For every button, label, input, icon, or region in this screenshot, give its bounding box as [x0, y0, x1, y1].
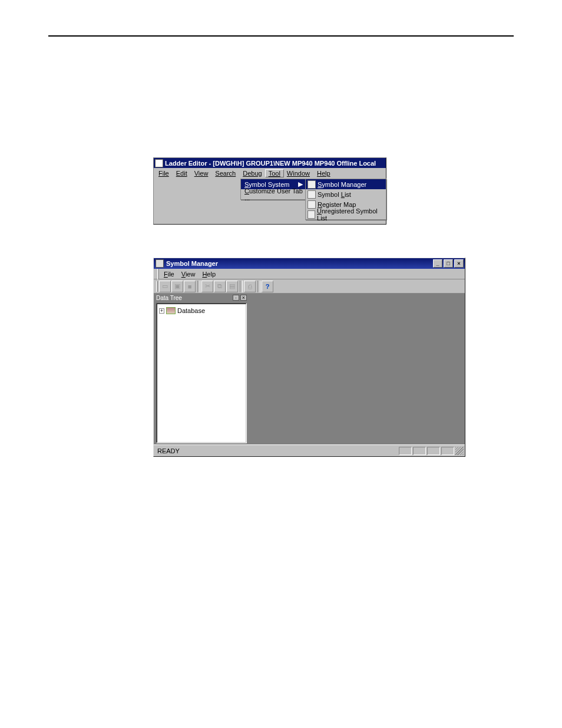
- tool-customize-user-tab-label: Customize User Tab ...: [244, 187, 303, 202]
- sm-menu-view[interactable]: View: [178, 271, 199, 278]
- help-icon: ?: [266, 283, 270, 290]
- pin-icon: ·: [235, 295, 237, 301]
- close-icon: ×: [457, 261, 460, 266]
- expand-icon[interactable]: +: [159, 308, 164, 314]
- symbol-system-submenu: Symbol Manager Symbol List Register Map …: [305, 179, 386, 220]
- menu-edit[interactable]: Edit: [173, 170, 191, 177]
- resize-grip-icon[interactable]: [455, 447, 464, 455]
- unregistered-symbol-list-icon: [308, 210, 315, 219]
- symbol-manager-window: Symbol Manager _ □ × File View Help ▭ ▣ …: [153, 258, 465, 457]
- submenu-symbol-manager[interactable]: Symbol Manager: [306, 179, 386, 189]
- status-pane: [413, 447, 426, 455]
- sm-status-text: READY: [157, 447, 180, 454]
- sm-tree-panel: Data Tree · × + Database: [154, 294, 248, 444]
- minimize-button[interactable]: _: [433, 259, 442, 268]
- window-icon: [155, 159, 163, 167]
- menu-file[interactable]: File: [155, 170, 173, 177]
- submenu-symbol-list[interactable]: Symbol List: [306, 189, 386, 199]
- toolbar-grip-icon: [157, 269, 159, 279]
- ladder-editor-window: Ladder Editor - [DWGH\H] GROUP1\NEW MP94…: [153, 157, 386, 225]
- print-icon: ⎙: [248, 283, 252, 290]
- tb-help[interactable]: ?: [262, 281, 273, 292]
- submenu-symbol-list-label: Symbol List: [318, 191, 351, 198]
- tool-dropdown: Symbol System ▶ Customize User Tab ...: [240, 179, 306, 200]
- sm-menu-file[interactable]: File: [160, 271, 178, 278]
- paste-icon: ▤: [229, 282, 235, 290]
- sm-tree-title: Data Tree · ×: [154, 294, 248, 302]
- tree-root-label: Database: [177, 307, 205, 314]
- tb-new[interactable]: ▭: [159, 281, 171, 292]
- toolbar-separator: [240, 281, 243, 292]
- maximize-icon: □: [447, 261, 449, 266]
- folder-icon: ▣: [174, 282, 180, 290]
- menu-view[interactable]: View: [191, 170, 212, 177]
- status-pane: [427, 447, 440, 455]
- new-doc-icon: ▭: [162, 282, 168, 290]
- maximize-button[interactable]: □: [444, 259, 453, 268]
- tool-customize-user-tab[interactable]: Customize User Tab ...: [241, 189, 305, 199]
- status-pane: [399, 447, 412, 455]
- tree-panel-close-button[interactable]: ×: [240, 295, 247, 301]
- close-button[interactable]: ×: [454, 259, 464, 268]
- menu-search[interactable]: Search: [211, 170, 239, 177]
- sm-title-text: Symbol Manager: [166, 260, 218, 267]
- ladder-menubar: File Edit View Search Debug Tool Window …: [154, 168, 386, 179]
- menu-help[interactable]: Help: [313, 170, 334, 177]
- sm-titlebar: Symbol Manager _ □ ×: [154, 258, 465, 269]
- register-map-icon: [308, 200, 316, 209]
- sm-tree[interactable]: + Database: [157, 304, 246, 443]
- tree-panel-pin-button[interactable]: ·: [233, 295, 239, 301]
- toolbar-grip-icon: [156, 281, 158, 292]
- sm-menubar: File View Help: [154, 269, 465, 279]
- ladder-title-text: Ladder Editor - [DWGH\H] GROUP1\NEW MP94…: [165, 160, 385, 167]
- tb-open[interactable]: ▣: [171, 281, 183, 292]
- minimize-icon: _: [436, 261, 439, 266]
- cut-icon: ✂: [205, 282, 210, 290]
- tb-paste[interactable]: ▤: [226, 281, 238, 292]
- ladder-titlebar: Ladder Editor - [DWGH\H] GROUP1\NEW MP94…: [154, 158, 386, 168]
- tb-copy[interactable]: ⧉: [214, 281, 226, 292]
- tb-print[interactable]: ⎙: [244, 281, 256, 292]
- status-pane: [441, 447, 454, 455]
- toolbar-separator: [197, 281, 200, 292]
- symbol-manager-icon: [308, 180, 316, 189]
- sm-statusbar: READY: [154, 444, 465, 456]
- sm-content-area: [248, 294, 465, 444]
- menu-tool[interactable]: Tool: [265, 169, 284, 177]
- save-icon: ■: [188, 283, 192, 290]
- page-divider: [48, 35, 514, 37]
- sm-toolbar: ▭ ▣ ■ ✂ ⧉ ▤ ⎙ ?: [154, 279, 465, 294]
- submenu-unregistered-symbol-list-label: Unregistered Symbol List: [317, 207, 384, 222]
- tb-save[interactable]: ■: [184, 281, 196, 292]
- copy-icon: ⧉: [217, 282, 222, 290]
- submenu-unregistered-symbol-list[interactable]: Unregistered Symbol List: [306, 209, 386, 219]
- tb-cut[interactable]: ✂: [201, 281, 213, 292]
- sm-tree-title-text: Data Tree: [156, 295, 182, 301]
- submenu-symbol-manager-label: Symbol Manager: [318, 181, 366, 188]
- symbol-list-icon: [308, 190, 316, 199]
- menu-window[interactable]: Window: [283, 170, 313, 177]
- menu-debug[interactable]: Debug: [239, 170, 265, 177]
- tree-root-database[interactable]: + Database: [159, 306, 244, 315]
- sm-window-icon: [156, 259, 164, 268]
- toolbar-separator: [257, 281, 260, 292]
- close-icon: ×: [242, 295, 245, 301]
- sm-menu-help[interactable]: Help: [199, 271, 219, 278]
- database-icon: [166, 307, 176, 314]
